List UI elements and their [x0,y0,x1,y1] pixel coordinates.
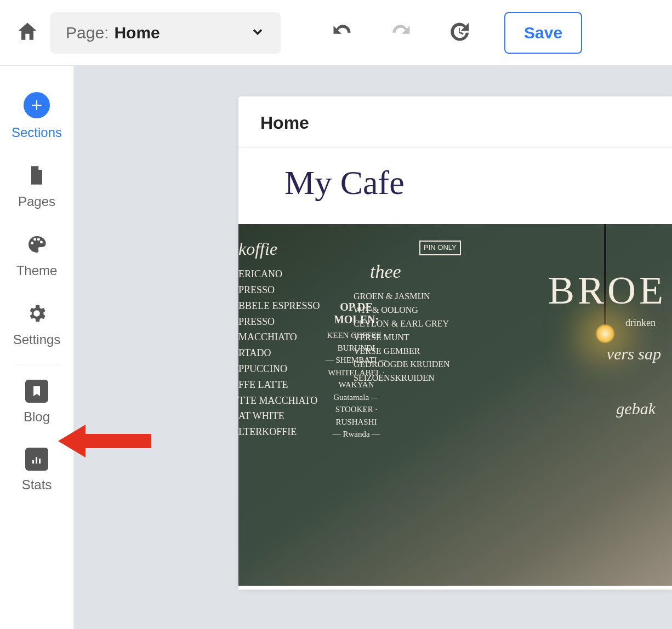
sidebar-item-settings[interactable]: Settings [0,291,73,361]
hero-menu-left: koffie ERICANOPRESSOBBELE ESPRESSOPRESSO… [238,235,332,440]
sidebar-item-pages[interactable]: Pages [0,153,73,222]
undo-icon [331,20,355,46]
editor-canvas[interactable]: Home My Cafe BROE koffie ERICANOPRESSOBB… [74,66,672,629]
home-icon [15,36,39,45]
history-icon [447,20,471,46]
sidebar-item-stats[interactable]: Stats [0,438,73,506]
sidebar-item-label: Stats [22,477,52,493]
plus-icon [24,92,50,118]
redo-icon [389,20,413,46]
save-button[interactable]: Save [504,12,582,54]
site-title[interactable]: My Cafe [238,148,672,224]
sidebar-item-sections[interactable]: Sections [0,82,73,153]
hero-right-heading: vers sap [607,345,661,363]
sidebar-item-label: Blog [24,409,50,425]
gear-icon [25,301,49,325]
toolbar: Page: Home Save [0,0,672,66]
sidebar-item-blog[interactable]: Blog [0,370,73,438]
bookmark-icon [25,380,48,403]
hero-menu-thee: PIN ONLY thee GROEN & JASMIJNWIT & OOLON… [354,257,496,385]
bar-chart-icon [25,448,48,471]
history-button[interactable] [445,19,472,47]
chevron-down-icon [250,24,265,42]
sidebar-item-label: Pages [18,194,55,209]
hero-image[interactable]: BROE koffie ERICANOPRESSOBBELE ESPRESSOP… [238,224,672,586]
sidebar-item-label: Theme [16,263,58,278]
page-selector[interactable]: Page: Home [50,12,281,54]
bulb-decor [595,324,615,344]
page-icon [25,163,49,187]
palette-icon [25,232,49,256]
sidebar: Sections Pages Theme Settings Blog Stats [0,66,74,629]
page-preview[interactable]: Home My Cafe BROE koffie ERICANOPRESSOBB… [238,96,672,590]
home-button[interactable] [15,20,39,46]
undo-button[interactable] [329,19,356,47]
sidebar-item-theme[interactable]: Theme [0,222,73,291]
sidebar-item-label: Sections [12,125,62,140]
page-selector-value: Home [114,24,250,42]
hero-brand: BROE [548,268,667,313]
breadcrumb: Home [238,96,672,148]
hero-right-sub: drinken [625,317,656,329]
sidebar-divider [14,364,59,364]
redo-button[interactable] [387,19,414,47]
page-selector-label: Page: [66,24,109,42]
sidebar-item-label: Settings [13,332,61,347]
hero-gebak-heading: gebak [616,399,656,418]
